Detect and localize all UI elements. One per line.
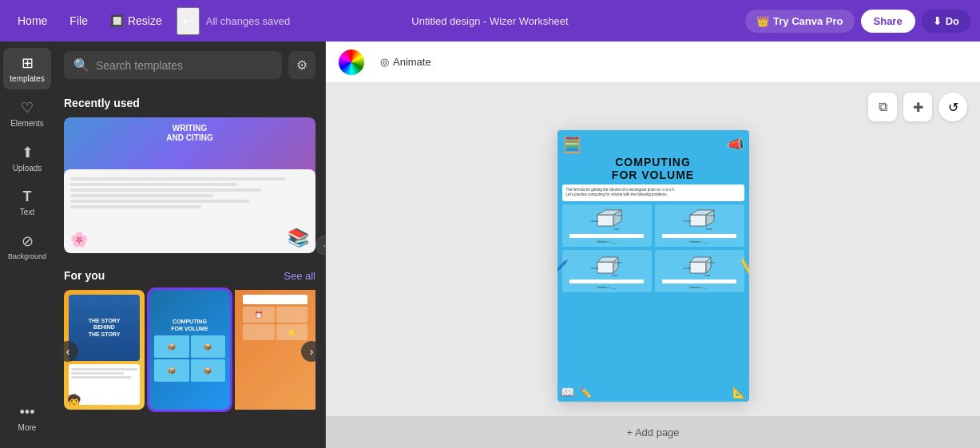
problem-grid: w cm l cm h cm Volume = ___ [562, 204, 744, 292]
document-title: Untitled design - Wizer Worksheet [411, 15, 568, 27]
svg-marker-18 [690, 262, 706, 273]
canvas-tools: ⧉ ✚ [868, 93, 932, 121]
autosave-status: All changes saved [206, 15, 291, 27]
calculator-icon: 🧮 [562, 135, 582, 154]
crown-icon: 👑 [756, 15, 769, 27]
templates-icon: ⊞ [22, 54, 34, 72]
animate-icon: ◎ [380, 56, 389, 68]
add-page-bar[interactable]: + Add page [326, 416, 980, 448]
uploads-icon: ⬆ [22, 144, 34, 161]
carousel-prev-button[interactable]: ‹ [58, 341, 78, 362]
svg-text:l cm: l cm [704, 273, 711, 277]
search-bar: 🔍 ⚙ [54, 42, 325, 85]
for-you-grid: ‹ › THE STORYBEHINDTHE STORY 🧒 [64, 290, 315, 410]
svg-text:l cm: l cm [612, 273, 618, 277]
resize-icon: 🔲 [110, 14, 124, 27]
recently-used-grid: WRITINGAND CITING 📚 🌸 [64, 117, 315, 253]
sidebar-item-label-templates: templates [10, 74, 44, 83]
problem-cell-4: w cm l cm h cm Volume = ___ [655, 250, 744, 292]
undo-button[interactable]: ↩ [177, 7, 200, 35]
secondary-toolbar: ◎ Animate [326, 42, 980, 83]
canvas-area: ◎ Animate ⧉ ✚ ↺ 🧮 📣 [326, 42, 980, 448]
download-button[interactable]: ⬇ Do [922, 10, 970, 33]
problem-cell-1: w cm l cm h cm Volume = ___ [562, 204, 652, 247]
recently-used-header: Recently used [64, 97, 315, 109]
cube-svg-1: w cm l cm h cm [589, 208, 625, 232]
svg-text:h cm: h cm [708, 260, 715, 264]
megaphone-icon: 📣 [724, 133, 746, 154]
expand-tool-button[interactable]: ✚ [903, 93, 932, 121]
comment-button[interactable]: ↺ [938, 93, 967, 121]
sidebar-item-text[interactable]: T Text [3, 182, 51, 223]
cube-svg-4: w cm l cm h cm [682, 254, 717, 278]
try-canva-button[interactable]: 👑 Try Canva Pro [745, 10, 854, 33]
for-you-template-2[interactable]: COMPUTINGFOR VOLUME 📦 📦 📦 📦 [149, 290, 230, 410]
panel-content: Recently used WRITINGAND CITING [54, 85, 325, 448]
worksheet-title: COMPUTINGFOR VOLUME [564, 156, 743, 181]
svg-marker-12 [597, 262, 613, 273]
file-button[interactable]: File [61, 10, 96, 32]
search-input[interactable] [96, 59, 272, 72]
svg-marker-0 [597, 215, 613, 226]
svg-text:w cm: w cm [591, 219, 599, 223]
svg-text:h cm: h cm [708, 213, 715, 217]
svg-text:l cm: l cm [613, 227, 620, 231]
sidebar-item-templates[interactable]: ⊞ templates [3, 48, 51, 89]
search-input-wrap[interactable]: 🔍 [64, 51, 282, 79]
svg-text:w cm: w cm [591, 266, 599, 270]
svg-text:h cm: h cm [615, 213, 622, 217]
canvas-viewport[interactable]: ⧉ ✚ ↺ 🧮 📣 COMPUTINGFOR VOLUME The formul… [326, 83, 980, 448]
carousel-next-button[interactable]: › [301, 341, 322, 362]
copy-tool-button[interactable]: ⧉ [868, 93, 897, 121]
add-page-label: + Add page [626, 426, 679, 438]
cube-svg-2: w cm l cm h cm [682, 208, 717, 232]
for-you-label: For you [64, 269, 105, 282]
recently-used-template[interactable]: WRITINGAND CITING 📚 🌸 [64, 117, 315, 253]
sidebar-item-label-elements: Elements [10, 119, 44, 128]
sidebar-item-elements[interactable]: ♡ Elements [3, 93, 51, 134]
sidebar-item-background[interactable]: ⊘ Background [3, 226, 51, 267]
more-icon: ••• [20, 404, 35, 421]
comment-icon: ↺ [948, 100, 958, 115]
problem-cell-3: w cm l cm h cm Volume = ___ [562, 250, 652, 292]
recently-used-visual: WRITINGAND CITING 📚 🌸 [64, 117, 315, 253]
expand-icon: ✚ [913, 100, 923, 115]
sidebar-item-label-background: Background [8, 252, 46, 260]
problem-cell-2: w cm l cm h cm Volume = ___ [655, 204, 744, 247]
copy-icon: ⧉ [879, 100, 887, 114]
worksheet-subtitle: The formula for getting the volume of a … [562, 184, 744, 202]
icon-sidebar: ⊞ templates ♡ Elements ⬆ Uploads T Text … [0, 42, 54, 448]
svg-text:w cm: w cm [684, 219, 692, 223]
sidebar-item-label-uploads: Uploads [13, 164, 42, 172]
see-all-button[interactable]: See all [284, 270, 315, 282]
share-button[interactable]: Share [861, 10, 915, 33]
sidebar-item-uploads[interactable]: ⬆ Uploads [3, 137, 51, 179]
svg-text:w cm: w cm [684, 266, 692, 270]
book-icon: 📖 [561, 386, 574, 398]
color-picker[interactable] [339, 50, 364, 75]
sidebar-item-label-more: More [18, 423, 37, 432]
svg-text:h cm: h cm [615, 260, 622, 264]
left-pencil-icon: 🖊️ [557, 258, 569, 273]
text-icon: T [23, 188, 32, 205]
resize-button[interactable]: 🔲 Resize [102, 10, 170, 32]
cube-svg-3: w cm l cm h cm [589, 254, 625, 278]
svg-marker-6 [690, 215, 706, 226]
pencil-icon: ✏️ [580, 387, 592, 398]
filter-button[interactable]: ⚙ [288, 51, 315, 79]
templates-panel: 🔍 ⚙ Recently used WRITINGAND CITING [54, 42, 326, 448]
elements-icon: ♡ [21, 99, 34, 117]
svg-text:l cm: l cm [706, 227, 712, 231]
for-you-header: For you See all [64, 269, 315, 282]
home-button[interactable]: Home [10, 10, 55, 32]
nav-right-actions: 👑 Try Canva Pro Share ⬇ Do [745, 10, 970, 33]
filter-icon: ⚙ [296, 58, 307, 72]
main-area: ⊞ templates ♡ Elements ⬆ Uploads T Text … [0, 42, 980, 448]
search-icon: 🔍 [73, 57, 89, 73]
top-nav: Home File 🔲 Resize ↩ All changes saved U… [0, 0, 980, 42]
animate-button[interactable]: ◎ Animate [374, 51, 438, 73]
worksheet-card[interactable]: 🧮 📣 COMPUTINGFOR VOLUME The formula for … [557, 130, 749, 402]
compass-icon: 📐 [732, 386, 746, 398]
sidebar-item-label-text: Text [20, 208, 34, 216]
sidebar-item-more[interactable]: ••• More [3, 398, 51, 438]
